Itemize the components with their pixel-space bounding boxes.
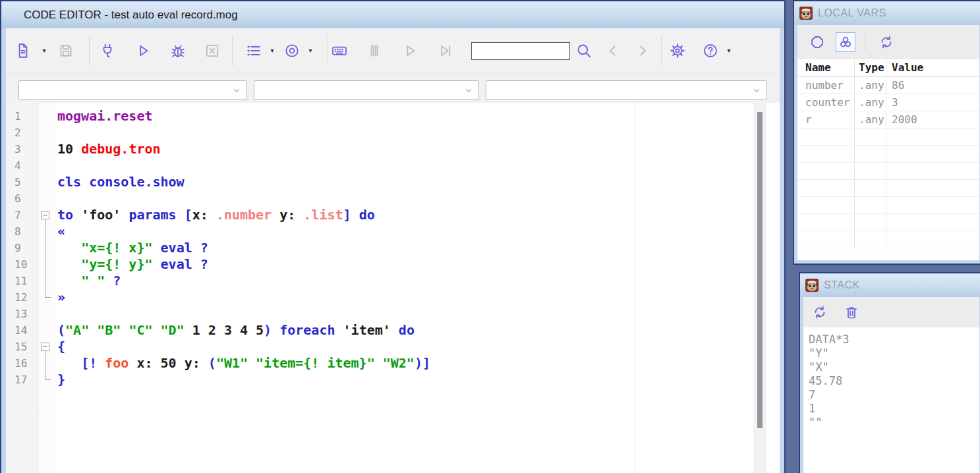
octagon-scope-button[interactable] <box>807 32 827 52</box>
scrollbar-thumb[interactable] <box>757 112 763 428</box>
three-circles-icon <box>838 34 853 50</box>
play-icon <box>401 42 418 59</box>
line-number: 15 <box>6 339 38 355</box>
table-row[interactable]: r.any2000 <box>797 111 979 128</box>
table-cell <box>886 231 979 248</box>
step-run-button <box>401 42 418 59</box>
list-view-button[interactable] <box>245 42 262 59</box>
group-circles-button[interactable] <box>836 32 855 52</box>
code-line[interactable]: mogwai.reset <box>57 108 753 125</box>
code-lines[interactable]: mogwai.reset10 debug.troncls console.sho… <box>56 103 753 473</box>
code-line[interactable]: cls console.show <box>57 174 753 190</box>
table-cell <box>886 180 979 196</box>
toolbar-separator <box>89 36 90 66</box>
refresh-stack-button[interactable] <box>810 302 830 322</box>
watch-caret-icon[interactable]: ▾ <box>306 47 314 54</box>
watch-button[interactable] <box>283 42 301 59</box>
table-cell <box>886 146 979 162</box>
stack-item[interactable]: DATA*3 <box>809 333 979 347</box>
new-file-caret-icon[interactable]: ▾ <box>40 47 48 54</box>
code-line[interactable]: " " ? <box>57 273 753 289</box>
code-line[interactable]: « <box>57 223 753 240</box>
table-row[interactable] <box>797 231 979 248</box>
scope-combo-2[interactable] <box>254 80 479 100</box>
table-cell <box>797 180 855 196</box>
scope-combo-1[interactable] <box>18 80 247 100</box>
table-row[interactable] <box>797 180 979 197</box>
table-row[interactable] <box>797 163 979 180</box>
chevron-left-icon <box>604 42 621 59</box>
editor-vertical-scrollbar[interactable] <box>753 103 766 473</box>
run-button[interactable] <box>134 42 152 59</box>
stack-item[interactable]: 1 <box>809 402 979 416</box>
table-row[interactable] <box>797 128 979 146</box>
column-header-value[interactable]: Value <box>886 59 979 76</box>
table-cell: .any <box>855 94 886 111</box>
code-editor-surface[interactable]: 1234567891011121314151617 mogwai.reset10… <box>6 103 780 473</box>
connect-button[interactable] <box>99 42 116 59</box>
help-button[interactable] <box>702 42 719 59</box>
code-line[interactable] <box>57 157 753 174</box>
code-line[interactable]: ("A" "B" "C" "D" 1 2 3 4 5) foreach 'ite… <box>57 322 753 339</box>
keyboard-button[interactable] <box>331 42 348 59</box>
code-line[interactable]: 10 debug.tron <box>57 141 753 157</box>
column-header-type[interactable]: Type <box>855 59 886 76</box>
search-button[interactable] <box>575 42 592 59</box>
code-line[interactable] <box>57 190 753 207</box>
stack-item[interactable]: 45.78 <box>809 374 979 388</box>
help-caret-icon[interactable]: ▾ <box>725 47 733 54</box>
table-row[interactable] <box>797 146 979 163</box>
stack-item[interactable]: "X" <box>809 360 979 374</box>
stack-item[interactable]: "" <box>809 416 979 430</box>
list-view-caret-icon[interactable]: ▾ <box>268 47 276 54</box>
line-number: 10 <box>6 256 38 273</box>
fold-margin <box>38 103 56 473</box>
local-vars-toolbar <box>797 25 979 59</box>
code-line[interactable]: "x={! x}" eval ? <box>57 240 753 256</box>
code-line[interactable]: "y={! y}" eval ? <box>57 256 753 273</box>
stack-item[interactable]: 7 <box>809 388 979 402</box>
local-vars-table: Name Type Value number.any86counter.any3… <box>797 59 979 260</box>
table-row[interactable] <box>797 214 979 231</box>
code-line[interactable]: to 'foo' params [x: .number y: .list] do <box>57 207 753 223</box>
code-line[interactable]: } <box>57 372 753 388</box>
fold-marker[interactable]: − <box>41 343 49 351</box>
table-row[interactable] <box>797 197 979 214</box>
margin-guide <box>635 103 635 473</box>
table-cell <box>855 146 886 162</box>
stack-panel: STACK DATA*3"Y""X"45.7871"" <box>799 272 980 473</box>
column-header-name[interactable]: Name <box>797 59 855 76</box>
mogwai-logo-icon <box>805 279 819 292</box>
new-file-button[interactable] <box>14 42 32 59</box>
toolbar-separator <box>661 36 662 66</box>
search-input[interactable] <box>471 42 570 60</box>
code-line[interactable]: { <box>57 339 753 355</box>
code-line[interactable]: [! foo x: 50 y: ("W1" "item={! item}" "W… <box>57 355 753 372</box>
scope-combo-3[interactable] <box>486 80 767 100</box>
chevron-right-icon <box>634 42 651 59</box>
table-cell: number <box>797 77 855 94</box>
code-line[interactable] <box>57 125 753 141</box>
target-eye-icon <box>283 42 301 59</box>
settings-button[interactable] <box>669 42 686 59</box>
panel-title: LOCAL VARS <box>818 7 886 19</box>
line-number: 6 <box>6 190 38 207</box>
debug-button[interactable] <box>169 42 187 59</box>
window-title: CODE EDITOR - test auto eval record.mog <box>1 9 238 22</box>
refresh-vars-button[interactable] <box>877 32 896 52</box>
table-row[interactable]: number.any86 <box>797 77 979 94</box>
table-cell <box>886 214 979 231</box>
fold-marker[interactable]: − <box>41 211 49 219</box>
fold-guide-line <box>45 219 45 297</box>
table-row[interactable]: counter.any3 <box>797 94 979 111</box>
stack-titlebar: STACK <box>800 273 980 297</box>
stack-item[interactable]: "Y" <box>809 347 979 360</box>
new-file-icon <box>14 42 32 59</box>
code-line[interactable] <box>57 306 753 322</box>
table-cell <box>797 214 855 231</box>
play-icon <box>134 42 152 59</box>
table-header-row: Name Type Value <box>797 59 979 77</box>
line-number: 5 <box>6 174 38 190</box>
code-line[interactable]: » <box>57 289 753 306</box>
clear-stack-button[interactable] <box>842 302 861 322</box>
